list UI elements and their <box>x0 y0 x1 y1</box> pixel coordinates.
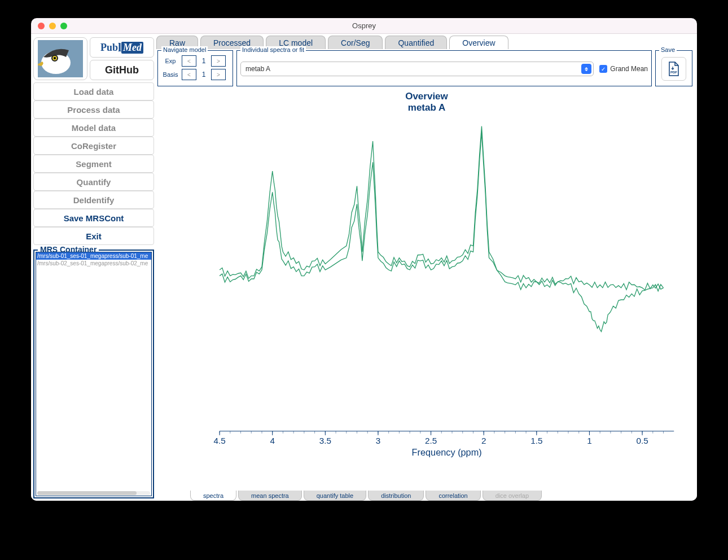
pubmed-pub: Pub <box>100 42 118 54</box>
pubmed-link[interactable]: PublMed <box>90 37 154 58</box>
bottom-tab-spectra[interactable]: spectra <box>190 491 236 501</box>
tab-cor-seg[interactable]: Cor/Seg <box>328 36 383 49</box>
window-title: Osprey <box>31 21 697 30</box>
mrs-item[interactable]: /mrs/sub-01_ses-01_megapress/sub-01_me <box>36 252 151 260</box>
sidebar-coregister-button[interactable]: CoRegister <box>33 137 154 155</box>
nav-exp-next[interactable]: > <box>211 55 226 67</box>
mrs-list[interactable]: /mrs/sub-01_ses-01_megapress/sub-01_me/m… <box>36 252 152 496</box>
sidebar-load-data-button[interactable]: Load data <box>33 82 154 100</box>
nav-basis-next[interactable]: > <box>211 69 226 80</box>
bottom-tab-distribution[interactable]: distribution <box>368 491 424 501</box>
nav-exp-value: 1 <box>199 57 209 65</box>
plot-title: Overviewmetab A <box>156 91 697 114</box>
save-group: Save PDF <box>655 50 692 86</box>
svg-text:4.5: 4.5 <box>213 436 225 445</box>
plot-area: Overviewmetab A 4.543.532.521.510.5Frequ… <box>156 86 697 488</box>
mrs-container-group: MRS Container /mrs/sub-01_ses-01_megapre… <box>33 250 154 498</box>
nav-exp-label: Exp <box>161 58 179 64</box>
svg-text:3.5: 3.5 <box>319 436 331 445</box>
osprey-logo <box>33 37 87 80</box>
bottom-tab-correlation[interactable]: correlation <box>426 491 480 501</box>
svg-text:2.5: 2.5 <box>425 436 437 445</box>
nav-exp-prev[interactable]: < <box>182 55 196 67</box>
top-tabs: RawProcessedLC modelCor/SegQuantifiedOve… <box>156 34 697 49</box>
sidebar-model-data-button[interactable]: Model data <box>33 119 154 137</box>
svg-text:1.5: 1.5 <box>530 436 542 445</box>
svg-text:4: 4 <box>270 436 275 445</box>
mrs-item[interactable]: /mrs/sub-02_ses-01_megapress/sub-02_me <box>36 260 151 267</box>
save-pdf-button[interactable]: PDF <box>661 57 686 81</box>
tab-overview[interactable]: Overview <box>449 36 508 49</box>
spectra-group: Individual spectra or fit metab A ✓ Gran… <box>236 50 652 86</box>
bottom-tab-quantify-table[interactable]: quantify table <box>304 491 366 501</box>
spectrum-chart: 4.543.532.521.510.5Frequency (ppm) <box>156 86 697 488</box>
titlebar: Osprey <box>31 18 697 34</box>
grand-mean-checkbox[interactable]: ✓ Grand Mean <box>599 65 648 73</box>
svg-text:0.5: 0.5 <box>636 436 648 445</box>
app-window: Osprey PublMed <box>31 18 697 501</box>
spectra-dropdown[interactable]: metab A <box>240 62 594 76</box>
bottom-tab-dice-overlap: dice overlap <box>483 491 542 501</box>
check-icon: ✓ <box>599 65 607 73</box>
sidebar-process-data-button[interactable]: Process data <box>33 100 154 119</box>
sidebar-deidentify-button[interactable]: DeIdentify <box>33 191 154 209</box>
svg-point-3 <box>54 57 56 59</box>
nav-basis-prev[interactable]: < <box>182 69 196 80</box>
sidebar-save-mrscont-button[interactable]: Save MRSCont <box>33 209 154 227</box>
dropdown-arrows-icon <box>581 64 591 74</box>
mrs-scrollbar[interactable] <box>37 491 150 495</box>
github-link[interactable]: GitHub <box>90 60 154 80</box>
sidebar-quantify-button[interactable]: Quantify <box>33 173 154 191</box>
bottom-tab-mean-spectra[interactable]: mean spectra <box>238 491 302 501</box>
bottom-tabs: spectramean spectraquantify tabledistrib… <box>156 488 697 501</box>
nav-basis-value: 1 <box>199 71 209 78</box>
svg-text:PDF: PDF <box>670 71 677 74</box>
pdf-icon: PDF <box>667 61 681 77</box>
svg-text:3: 3 <box>376 436 381 445</box>
svg-text:Frequency (ppm): Frequency (ppm) <box>412 447 482 457</box>
svg-text:2: 2 <box>481 436 486 445</box>
navigate-model-group: Navigate model Exp<1>Basis<1> <box>157 50 233 86</box>
nav-basis-label: Basis <box>161 72 179 78</box>
sidebar: PublMed GitHub Load dataProcess dataMode… <box>31 34 156 501</box>
main-panel: RawProcessedLC modelCor/SegQuantifiedOve… <box>156 34 697 501</box>
sidebar-segment-button[interactable]: Segment <box>33 155 154 173</box>
svg-text:1: 1 <box>587 436 592 445</box>
pubmed-med: Med <box>121 42 143 54</box>
tab-quantified[interactable]: Quantified <box>385 36 447 49</box>
sidebar-exit-button[interactable]: Exit <box>33 227 154 245</box>
